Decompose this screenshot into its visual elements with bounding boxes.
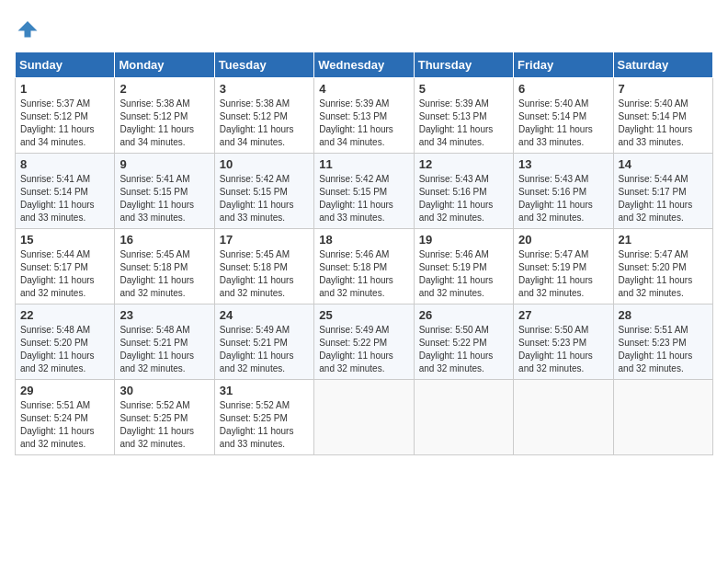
day-number: 14 xyxy=(619,157,708,171)
day-number: 23 xyxy=(119,308,209,322)
calendar-header: Sunday Monday Tuesday Wednesday Thursday… xyxy=(16,52,713,78)
table-row: 21Sunrise: 5:47 AM Sunset: 5:20 PM Dayli… xyxy=(613,229,712,304)
day-number: 8 xyxy=(20,157,109,171)
day-number: 22 xyxy=(20,308,109,322)
table-row: 31Sunrise: 5:52 AM Sunset: 5:25 PM Dayli… xyxy=(214,380,313,455)
day-number: 29 xyxy=(20,384,109,397)
table-row: 26Sunrise: 5:50 AM Sunset: 5:22 PM Dayli… xyxy=(414,304,513,380)
table-row: 25Sunrise: 5:49 AM Sunset: 5:22 PM Dayli… xyxy=(314,304,414,380)
day-info: Sunrise: 5:47 AM Sunset: 5:20 PM Dayligh… xyxy=(619,248,708,300)
day-number: 1 xyxy=(20,82,109,96)
day-number: 13 xyxy=(518,157,608,171)
day-number: 17 xyxy=(220,233,309,247)
table-row: 28Sunrise: 5:51 AM Sunset: 5:23 PM Dayli… xyxy=(613,304,712,380)
table-row: 5Sunrise: 5:39 AM Sunset: 5:13 PM Daylig… xyxy=(414,78,513,154)
day-number: 12 xyxy=(419,157,508,171)
day-info: Sunrise: 5:47 AM Sunset: 5:19 PM Dayligh… xyxy=(518,248,608,300)
table-row: 19Sunrise: 5:46 AM Sunset: 5:19 PM Dayli… xyxy=(414,229,513,304)
day-info: Sunrise: 5:51 AM Sunset: 5:23 PM Dayligh… xyxy=(619,324,708,375)
table-row: 29Sunrise: 5:51 AM Sunset: 5:24 PM Dayli… xyxy=(16,380,115,455)
table-row: 2Sunrise: 5:38 AM Sunset: 5:12 PM Daylig… xyxy=(115,78,214,154)
table-row: 12Sunrise: 5:43 AM Sunset: 5:16 PM Dayli… xyxy=(414,154,513,229)
table-row: 14Sunrise: 5:44 AM Sunset: 5:17 PM Dayli… xyxy=(613,154,712,229)
calendar-week-row: 8Sunrise: 5:41 AM Sunset: 5:14 PM Daylig… xyxy=(16,154,713,229)
day-number: 2 xyxy=(119,82,209,96)
table-row: 15Sunrise: 5:44 AM Sunset: 5:17 PM Dayli… xyxy=(16,229,115,304)
day-info: Sunrise: 5:51 AM Sunset: 5:24 PM Dayligh… xyxy=(20,399,109,451)
logo xyxy=(15,15,44,40)
page-header xyxy=(15,15,713,40)
day-info: Sunrise: 5:39 AM Sunset: 5:13 PM Dayligh… xyxy=(419,98,508,149)
table-row: 30Sunrise: 5:52 AM Sunset: 5:25 PM Dayli… xyxy=(115,380,214,455)
table-row: 6Sunrise: 5:40 AM Sunset: 5:14 PM Daylig… xyxy=(514,78,613,154)
table-row: 9Sunrise: 5:41 AM Sunset: 5:15 PM Daylig… xyxy=(115,154,214,229)
day-info: Sunrise: 5:42 AM Sunset: 5:15 PM Dayligh… xyxy=(319,173,408,224)
day-info: Sunrise: 5:44 AM Sunset: 5:17 PM Dayligh… xyxy=(619,173,708,224)
day-info: Sunrise: 5:43 AM Sunset: 5:16 PM Dayligh… xyxy=(518,173,608,224)
day-number: 7 xyxy=(619,82,708,96)
day-number: 31 xyxy=(220,384,309,397)
day-info: Sunrise: 5:39 AM Sunset: 5:13 PM Dayligh… xyxy=(319,98,408,149)
table-row xyxy=(514,380,613,455)
day-info: Sunrise: 5:48 AM Sunset: 5:20 PM Dayligh… xyxy=(20,324,109,375)
day-info: Sunrise: 5:40 AM Sunset: 5:14 PM Dayligh… xyxy=(518,98,608,149)
table-row: 16Sunrise: 5:45 AM Sunset: 5:18 PM Dayli… xyxy=(115,229,214,304)
table-row: 1Sunrise: 5:37 AM Sunset: 5:12 PM Daylig… xyxy=(16,78,115,154)
day-number: 11 xyxy=(319,157,408,171)
calendar-body: 1Sunrise: 5:37 AM Sunset: 5:12 PM Daylig… xyxy=(16,78,713,455)
col-thursday: Thursday xyxy=(414,52,513,78)
table-row: 20Sunrise: 5:47 AM Sunset: 5:19 PM Dayli… xyxy=(514,229,613,304)
day-number: 28 xyxy=(619,308,708,322)
day-info: Sunrise: 5:38 AM Sunset: 5:12 PM Dayligh… xyxy=(220,98,309,149)
calendar-week-row: 1Sunrise: 5:37 AM Sunset: 5:12 PM Daylig… xyxy=(16,78,713,154)
svg-marker-1 xyxy=(18,21,38,38)
table-row xyxy=(314,380,414,455)
table-row xyxy=(613,380,712,455)
day-info: Sunrise: 5:41 AM Sunset: 5:14 PM Dayligh… xyxy=(20,173,109,224)
day-info: Sunrise: 5:44 AM Sunset: 5:17 PM Dayligh… xyxy=(20,248,109,300)
day-info: Sunrise: 5:41 AM Sunset: 5:15 PM Dayligh… xyxy=(119,173,209,224)
day-number: 26 xyxy=(419,308,508,322)
col-wednesday: Wednesday xyxy=(314,52,414,78)
col-saturday: Saturday xyxy=(613,52,712,78)
col-monday: Monday xyxy=(115,52,214,78)
day-info: Sunrise: 5:50 AM Sunset: 5:23 PM Dayligh… xyxy=(518,324,608,375)
day-info: Sunrise: 5:48 AM Sunset: 5:21 PM Dayligh… xyxy=(119,324,209,375)
calendar-table: Sunday Monday Tuesday Wednesday Thursday… xyxy=(15,52,713,455)
day-number: 4 xyxy=(319,82,408,96)
table-row: 27Sunrise: 5:50 AM Sunset: 5:23 PM Dayli… xyxy=(514,304,613,380)
day-info: Sunrise: 5:49 AM Sunset: 5:22 PM Dayligh… xyxy=(319,324,408,375)
table-row: 8Sunrise: 5:41 AM Sunset: 5:14 PM Daylig… xyxy=(16,154,115,229)
day-info: Sunrise: 5:45 AM Sunset: 5:18 PM Dayligh… xyxy=(119,248,209,300)
day-number: 6 xyxy=(518,82,608,96)
table-row xyxy=(414,380,513,455)
table-row: 22Sunrise: 5:48 AM Sunset: 5:20 PM Dayli… xyxy=(16,304,115,380)
table-row: 10Sunrise: 5:42 AM Sunset: 5:15 PM Dayli… xyxy=(214,154,313,229)
table-row: 4Sunrise: 5:39 AM Sunset: 5:13 PM Daylig… xyxy=(314,78,414,154)
day-number: 25 xyxy=(319,308,408,322)
day-number: 19 xyxy=(419,233,508,247)
table-row: 23Sunrise: 5:48 AM Sunset: 5:21 PM Dayli… xyxy=(115,304,214,380)
day-info: Sunrise: 5:46 AM Sunset: 5:19 PM Dayligh… xyxy=(419,248,508,300)
day-number: 16 xyxy=(119,233,209,247)
calendar-week-row: 15Sunrise: 5:44 AM Sunset: 5:17 PM Dayli… xyxy=(16,229,713,304)
day-info: Sunrise: 5:45 AM Sunset: 5:18 PM Dayligh… xyxy=(220,248,309,300)
day-number: 9 xyxy=(119,157,209,171)
day-number: 30 xyxy=(119,384,209,397)
day-info: Sunrise: 5:40 AM Sunset: 5:14 PM Dayligh… xyxy=(619,98,708,149)
day-info: Sunrise: 5:49 AM Sunset: 5:21 PM Dayligh… xyxy=(220,324,309,375)
calendar-week-row: 29Sunrise: 5:51 AM Sunset: 5:24 PM Dayli… xyxy=(16,380,713,455)
day-info: Sunrise: 5:42 AM Sunset: 5:15 PM Dayligh… xyxy=(220,173,309,224)
day-number: 18 xyxy=(319,233,408,247)
day-info: Sunrise: 5:37 AM Sunset: 5:12 PM Dayligh… xyxy=(20,98,109,149)
day-info: Sunrise: 5:50 AM Sunset: 5:22 PM Dayligh… xyxy=(419,324,508,375)
table-row: 24Sunrise: 5:49 AM Sunset: 5:21 PM Dayli… xyxy=(214,304,313,380)
col-friday: Friday xyxy=(514,52,613,78)
table-row: 3Sunrise: 5:38 AM Sunset: 5:12 PM Daylig… xyxy=(214,78,313,154)
header-row: Sunday Monday Tuesday Wednesday Thursday… xyxy=(16,52,713,78)
table-row: 11Sunrise: 5:42 AM Sunset: 5:15 PM Dayli… xyxy=(314,154,414,229)
table-row: 13Sunrise: 5:43 AM Sunset: 5:16 PM Dayli… xyxy=(514,154,613,229)
day-number: 5 xyxy=(419,82,508,96)
logo-icon xyxy=(15,15,40,40)
day-number: 3 xyxy=(220,82,309,96)
